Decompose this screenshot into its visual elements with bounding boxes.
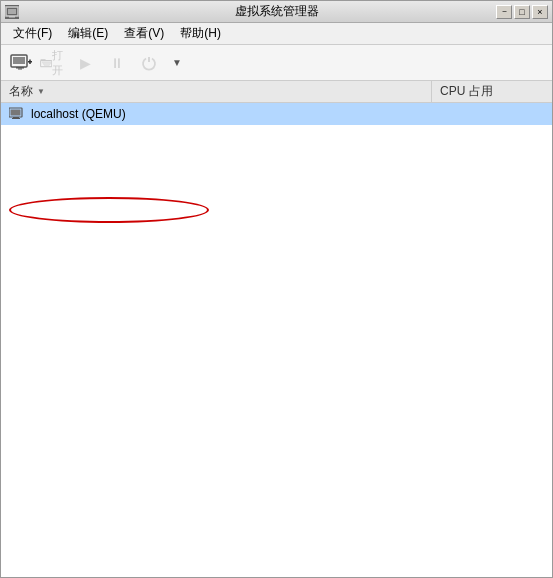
new-vm-icon [10, 53, 32, 73]
new-vm-button[interactable] [7, 50, 35, 76]
open-label: 打开 [52, 48, 66, 78]
title-bar-left [5, 5, 19, 19]
app-icon [5, 5, 19, 19]
content-area: 名称 ▼ CPU 占用 localhost (QEMU) [1, 81, 552, 577]
chevron-down-icon: ▼ [172, 57, 182, 68]
vm-list: localhost (QEMU) [1, 103, 552, 577]
svg-rect-6 [18, 68, 22, 69]
vm-icon [9, 107, 25, 121]
column-name-header: 名称 ▼ [1, 81, 432, 102]
item-name: localhost (QEMU) [1, 103, 432, 125]
list-item[interactable]: localhost (QEMU) [1, 103, 552, 125]
sort-icon: ▼ [37, 87, 45, 96]
column-cpu-header: CPU 占用 [432, 81, 552, 102]
svg-rect-12 [13, 117, 19, 118]
svg-rect-2 [9, 16, 15, 18]
svg-rect-1 [8, 9, 16, 14]
svg-rect-5 [16, 67, 24, 69]
menu-edit[interactable]: 编辑(E) [60, 23, 116, 44]
svg-rect-11 [11, 110, 21, 116]
list-header: 名称 ▼ CPU 占用 [1, 81, 552, 103]
window-title: 虚拟系统管理器 [235, 3, 319, 20]
svg-rect-4 [13, 57, 25, 64]
minimize-button[interactable]: － [496, 5, 512, 19]
main-window: 虚拟系统管理器 － □ × 文件(F) 编辑(E) 查看(V) 帮助(H) [0, 0, 553, 578]
open-button[interactable]: 打开 [39, 50, 67, 76]
svg-rect-13 [12, 118, 20, 119]
close-button[interactable]: × [532, 5, 548, 19]
menu-view[interactable]: 查看(V) [116, 23, 172, 44]
menu-file[interactable]: 文件(F) [5, 23, 60, 44]
svg-rect-8 [29, 59, 31, 64]
window-controls: － □ × [496, 5, 548, 19]
pause-icon: ⏸ [110, 55, 124, 71]
power-icon [141, 55, 157, 71]
run-button[interactable]: ▶ [71, 50, 99, 76]
open-icon [40, 54, 52, 72]
menu-bar: 文件(F) 编辑(E) 查看(V) 帮助(H) [1, 23, 552, 45]
pause-button[interactable]: ⏸ [103, 50, 131, 76]
run-icon: ▶ [80, 55, 91, 71]
title-bar: 虚拟系统管理器 － □ × [1, 1, 552, 23]
more-button[interactable]: ▼ [167, 50, 187, 76]
power-button[interactable] [135, 50, 163, 76]
menu-help[interactable]: 帮助(H) [172, 23, 229, 44]
maximize-button[interactable]: □ [514, 5, 530, 19]
toolbar: 打开 ▶ ⏸ ▼ [1, 45, 552, 81]
